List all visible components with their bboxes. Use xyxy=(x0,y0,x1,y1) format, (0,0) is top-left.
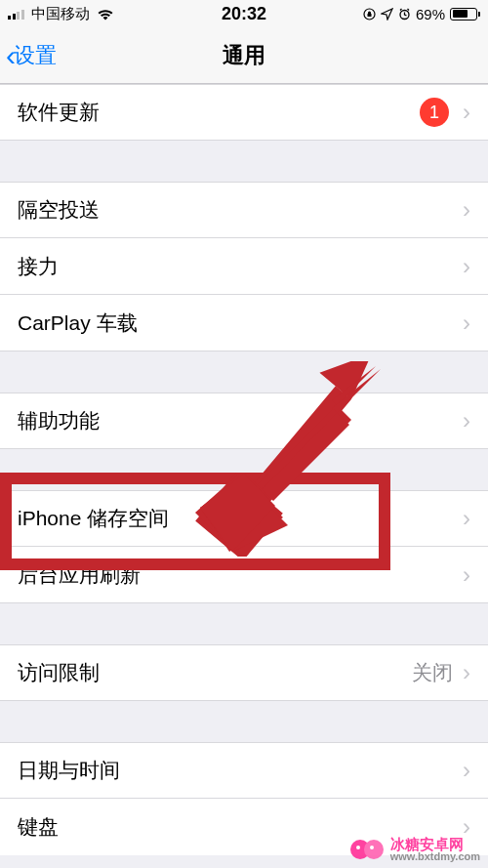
back-label: 设置 xyxy=(14,41,57,70)
chevron-right-icon: › xyxy=(463,196,470,224)
alarm-icon xyxy=(398,8,411,21)
carrier-label: 中国移动 xyxy=(31,5,90,23)
cell-accessibility[interactable]: 辅助功能 › xyxy=(0,393,488,449)
cell-date-time[interactable]: 日期与时间 › xyxy=(0,742,488,799)
location-icon xyxy=(381,8,393,21)
status-time: 20:32 xyxy=(222,4,266,24)
watermark-url: www.bxtdmy.com xyxy=(390,851,480,862)
cell-label: 接力 xyxy=(18,253,463,280)
signal-icon xyxy=(8,8,24,20)
svg-point-10 xyxy=(370,846,374,849)
cell-airdrop[interactable]: 隔空投送 › xyxy=(0,182,488,238)
svg-point-8 xyxy=(364,840,384,859)
battery-icon xyxy=(450,8,480,21)
chevron-right-icon: › xyxy=(463,407,470,434)
cell-label: 软件更新 xyxy=(18,99,420,126)
cell-restrictions[interactable]: 访问限制 关闭 › xyxy=(0,644,488,701)
chevron-right-icon: › xyxy=(463,561,470,589)
cell-label: 后台应用刷新 xyxy=(18,561,463,589)
status-left: 中国移动 xyxy=(8,5,114,23)
watermark: 冰糖安卓网 www.bxtdmy.com xyxy=(349,837,480,862)
chevron-right-icon: › xyxy=(463,659,470,686)
cell-software-update[interactable]: 软件更新 1 › xyxy=(0,84,488,141)
cell-label: 辅助功能 xyxy=(18,407,463,434)
cell-handoff[interactable]: 接力 › xyxy=(0,238,488,295)
wifi-icon xyxy=(97,8,114,21)
svg-point-9 xyxy=(356,846,360,849)
lock-icon xyxy=(363,8,376,21)
settings-list: 软件更新 1 › 隔空投送 › 接力 › CarPlay 车载 › 辅助功能 ›… xyxy=(0,84,488,855)
chevron-right-icon: › xyxy=(463,253,470,280)
chevron-right-icon: › xyxy=(463,505,470,532)
chevron-right-icon: › xyxy=(463,99,470,126)
watermark-name: 冰糖安卓网 xyxy=(390,837,480,851)
status-bar: 中国移动 20:32 69% xyxy=(0,0,488,27)
cell-background-refresh[interactable]: 后台应用刷新 › xyxy=(0,547,488,603)
nav-bar: ‹ 设置 通用 xyxy=(0,27,488,84)
chevron-right-icon: › xyxy=(463,310,470,337)
chevron-right-icon: › xyxy=(463,757,470,784)
back-button[interactable]: ‹ 设置 xyxy=(0,39,57,72)
cell-label: 访问限制 xyxy=(18,659,412,686)
badge: 1 xyxy=(420,98,449,127)
cell-label: 隔空投送 xyxy=(18,196,463,224)
cell-value: 关闭 xyxy=(412,659,453,686)
page-title: 通用 xyxy=(223,41,265,70)
cell-label: 日期与时间 xyxy=(18,757,463,784)
battery-pct: 69% xyxy=(416,6,445,22)
status-right: 69% xyxy=(363,6,480,22)
cell-label: iPhone 储存空间 xyxy=(18,505,463,532)
watermark-logo-icon xyxy=(349,838,385,861)
cell-iphone-storage[interactable]: iPhone 储存空间 › xyxy=(0,490,488,547)
cell-label: CarPlay 车载 xyxy=(18,310,463,337)
cell-carplay[interactable]: CarPlay 车载 › xyxy=(0,295,488,351)
